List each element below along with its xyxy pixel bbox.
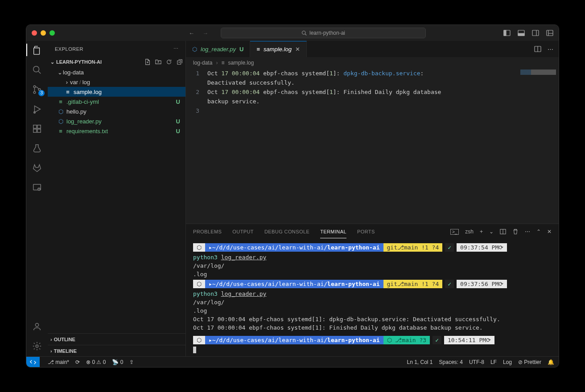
activity-settings-icon[interactable] [32, 341, 42, 351]
svg-rect-3 [504, 30, 506, 36]
tree-file-hello[interactable]: ⬡ hello.py [48, 106, 185, 116]
remote-indicator[interactable] [26, 357, 40, 368]
svg-point-0 [302, 31, 305, 35]
activity-gitlab-icon[interactable] [32, 163, 42, 173]
terminal-content[interactable]: ⬡ ▸ ~/d/d/use-cases/ai/learn-with-ai/lea… [186, 239, 559, 356]
svg-rect-6 [532, 30, 539, 36]
new-folder-icon[interactable] [155, 59, 161, 65]
terminal-line: Oct 17 00:00:04 ebpf-chaos systemd[1]: F… [193, 323, 552, 332]
layout-panel-icon[interactable] [518, 29, 525, 37]
panel-tab-ports[interactable]: PORTS [357, 225, 375, 238]
live-share-icon[interactable]: ⇪ [129, 359, 134, 365]
more-icon[interactable]: ⋯ [525, 229, 530, 235]
tree-file-sample-log[interactable]: ≡ sample.log [48, 87, 185, 97]
explorer-sidebar: EXPLORER ⋯ ⌄ LEARN-PYTHON-AI ⌄ log-data [48, 41, 186, 356]
scm-badge: 3 [38, 90, 45, 96]
command-center[interactable]: learn-python-ai [221, 28, 426, 38]
status-errors[interactable]: ⊗ 0 ⚠ 0 [86, 359, 106, 365]
chevron-down-icon: ⌄ [50, 59, 54, 65]
workspace-section[interactable]: ⌄ LEARN-PYTHON-AI [48, 57, 185, 67]
new-file-icon[interactable] [144, 59, 151, 65]
svg-point-25 [35, 323, 38, 327]
explorer-more-icon[interactable]: ⋯ [173, 46, 179, 52]
sync-icon[interactable]: ⟳ [75, 359, 80, 365]
timeline-section[interactable]: › TIMELINE [48, 345, 185, 356]
activity-source-control-icon[interactable]: 3 [32, 85, 42, 94]
svg-rect-18 [33, 125, 37, 128]
breadcrumbs[interactable]: log-data › ≡ sample.log [186, 57, 559, 69]
nav-forward-icon[interactable]: → [202, 30, 208, 37]
terminal-line: .log [193, 270, 552, 278]
tab-sample-log[interactable]: ≡ sample.log ✕ [250, 41, 306, 57]
svg-point-13 [33, 86, 36, 88]
tree-folder-var-log[interactable]: › var/log [48, 77, 185, 87]
tree-file-requirements[interactable]: ≡ requirements.txt U [48, 126, 185, 136]
breadcrumb-item[interactable]: sample.log [228, 60, 254, 66]
svg-line-12 [38, 71, 41, 74]
maximize-window-button[interactable] [49, 30, 55, 36]
refresh-icon[interactable] [166, 59, 172, 65]
layout-primary-sidebar-icon[interactable] [503, 29, 511, 37]
panel-tab-problems[interactable]: PROBLEMS [193, 225, 222, 238]
nav-back-icon[interactable]: ← [189, 30, 194, 37]
tree-file-log-reader[interactable]: ⬡ log_reader.py U [48, 116, 185, 126]
status-language[interactable]: Log [503, 359, 512, 365]
activity-testing-icon[interactable] [32, 143, 42, 153]
status-prettier[interactable]: ⊘ Prettier [518, 359, 541, 365]
titlebar-right [503, 29, 553, 37]
git-status: U [176, 118, 180, 125]
svg-rect-5 [518, 33, 524, 36]
file-icon: ≡ [57, 128, 65, 135]
panel-tab-debug[interactable]: DEBUG CONSOLE [264, 225, 309, 238]
activity-accounts-icon[interactable] [32, 322, 42, 331]
outline-section[interactable]: › OUTLINE [48, 333, 185, 345]
breadcrumb-separator: › [216, 60, 218, 66]
file-label: log_reader.py [66, 118, 102, 125]
more-actions-icon[interactable]: ⋯ [548, 46, 553, 53]
notifications-icon[interactable]: 🔔 [548, 359, 554, 365]
breadcrumb-item[interactable]: log-data [193, 60, 212, 66]
chevron-right-icon: › [50, 348, 52, 354]
prompt-status: ✓ [445, 280, 454, 288]
status-ports[interactable]: 📡 0 [112, 359, 123, 365]
close-panel-icon[interactable]: ✕ [547, 229, 552, 235]
status-indent[interactable]: Spaces: 4 [439, 359, 463, 365]
tab-log-reader[interactable]: ⬡ log_reader.py U [186, 41, 250, 57]
panel-tab-output[interactable]: OUTPUT [232, 225, 254, 238]
status-encoding[interactable]: UTF-8 [469, 359, 484, 365]
file-icon: ≡ [57, 98, 65, 105]
split-editor-icon[interactable] [534, 45, 541, 53]
maximize-panel-icon[interactable]: ⌃ [536, 229, 541, 235]
status-cursor[interactable]: Ln 1, Col 1 [407, 359, 433, 365]
customize-layout-icon[interactable] [546, 29, 553, 37]
activity-search-icon[interactable] [32, 65, 42, 75]
python-icon: ⬡ [192, 46, 197, 53]
activity-run-debug-icon[interactable] [32, 104, 42, 114]
status-eol[interactable]: LF [490, 359, 497, 365]
new-terminal-icon[interactable]: + [480, 229, 483, 235]
prompt-branch: ⬡ ⎇ main ?3 [383, 336, 430, 344]
terminal-launch-icon[interactable]: >_ [450, 229, 459, 235]
code-editor[interactable]: 1 2 3 Oct 17 00:00:04 ebpf-chaos systemd… [186, 69, 559, 224]
panel-tab-terminal[interactable]: TERMINAL [320, 225, 346, 238]
minimize-window-button[interactable] [41, 30, 46, 36]
activity-extensions-icon[interactable] [32, 124, 42, 134]
minimap[interactable] [520, 69, 556, 75]
close-window-button[interactable] [32, 30, 37, 36]
layout-secondary-sidebar-icon[interactable] [532, 29, 539, 37]
split-terminal-icon[interactable] [500, 229, 506, 235]
tree-file-gitlab-ci[interactable]: ≡ .gitlab-ci-yml U [48, 97, 185, 106]
tree-folder-log-data[interactable]: ⌄ log-data [48, 67, 185, 77]
gitlab-badge-icon: ⬡ [193, 243, 205, 252]
status-branch[interactable]: ⎇ main* [48, 359, 69, 365]
svg-point-14 [33, 91, 36, 94]
collapse-all-icon[interactable] [177, 59, 183, 65]
chevron-down-icon[interactable]: ⌄ [489, 229, 494, 235]
code-content: Oct 17 00:00:04 ebpf-chaos systemd[1]: d… [207, 69, 559, 224]
line-number: 1 [186, 69, 199, 78]
close-tab-icon[interactable]: ✕ [295, 46, 300, 53]
terminal-shell-label[interactable]: zsh [465, 229, 474, 235]
activity-remote-icon[interactable] [32, 183, 42, 192]
kill-terminal-icon[interactable] [512, 229, 519, 235]
activity-explorer-icon[interactable] [32, 45, 42, 55]
